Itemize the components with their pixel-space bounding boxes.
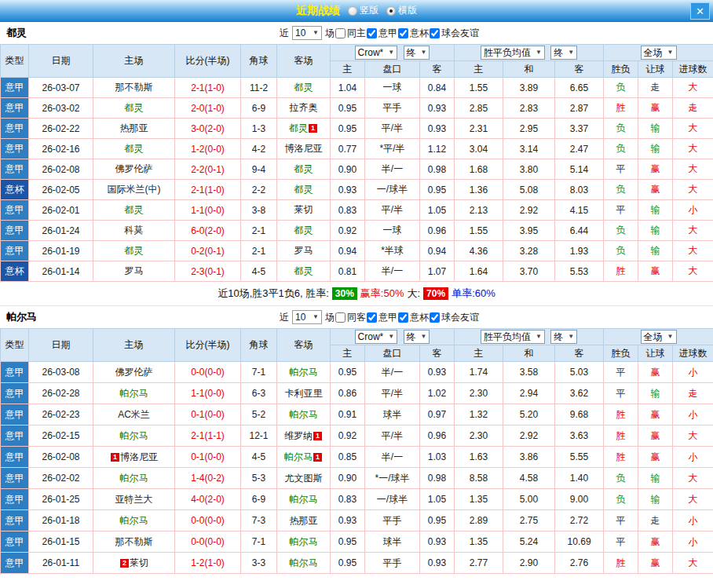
match-date: 26-01-18 [29,510,93,531]
col-away: 客场 [277,329,331,362]
away-team-cell: 都灵 [277,221,331,241]
away-team-name: 博洛尼亚 [285,143,323,154]
away-team-cell: 卡利亚里 [277,383,331,404]
eu-home-odds: 1.55 [455,221,503,241]
filter-friendly[interactable]: 球会友谊 [430,27,479,40]
table-row: 意甲26-02-02帕尔马1-4(0-2)5-3尤文图斯0.90*一/球半0.9… [1,468,713,489]
ah-home-odds: 0.90 [331,159,365,180]
ah-away-odds: 0.93 [420,98,455,119]
table-row: 意甲26-02-28帕尔马1-1(0-0)6-3卡利亚里0.86平/半1.022… [1,383,713,404]
coppa-checkbox[interactable] [398,28,408,38]
home-team-cell: 那不勒斯 [93,531,175,553]
same-home-checkbox[interactable] [335,28,346,38]
away-team-cell: 罗马 [277,241,331,261]
chevron-down-icon: ▼ [568,49,574,56]
away-team-name: 都灵 [294,265,313,276]
league-type-badge: 意甲 [1,241,29,261]
match-score: 0-0(0-0) [175,362,241,383]
eu-draw-odds: 3.58 [503,362,555,383]
table-row: 意甲26-02-23AC米兰0-1(0-0)5-2帕尔马0.91球半0.971.… [1,404,713,425]
away-team-cell: 帕尔马 [277,404,331,425]
corner-stat: 1-3 [241,119,277,139]
result-handicap: 赢 [638,404,673,425]
match-count-select[interactable]: 10 ▼ [292,310,322,324]
result-goals: 小 [673,404,713,425]
close-button[interactable]: ✕ [690,2,710,20]
col-type: 类型 [1,45,29,78]
friendly-checkbox[interactable] [430,28,440,38]
table-row: 意甲26-02-22热那亚3-0(2-0)1-3都灵10.95平/半0.932.… [1,119,713,139]
result-outcome: 平 [604,510,638,531]
serie-a-checkbox[interactable] [367,312,377,323]
home-team-name: 帕尔马 [120,473,148,484]
home-team-name: 都灵 [125,245,144,256]
final-odds-select[interactable]: 终▼ [550,330,577,344]
avg-odds-select[interactable]: 胜平负均值▼ [481,46,545,60]
filter-coppa[interactable]: 意杯 [398,311,429,324]
table-row: 意甲26-01-112莱切1-2(1-0)3-3帕尔马0.95平手0.932.7… [1,553,713,574]
ah-home-odds: 0.94 [331,241,365,261]
checkbox-label: 意杯 [410,311,429,324]
coppa-checkbox[interactable] [398,312,408,323]
result-goals: 大 [673,221,713,241]
asian-odds-header: Crow*▼ 终▼ [331,45,455,61]
home-team-cell: 罗马 [93,261,175,282]
away-team-cell: 尤文图斯 [277,468,331,489]
final-odds-select[interactable]: 终▼ [404,330,430,344]
result-goals: 大 [673,159,713,180]
ah-away-odds: 1.03 [420,447,455,468]
chevron-down-icon: ▼ [568,334,574,340]
col-home: 主场 [93,329,175,362]
col-eu-away: 客 [555,345,604,362]
bookmaker-select[interactable]: Crow*▼ [355,46,398,60]
corner-stat: 6-3 [241,383,277,404]
result-handicap: 赢 [638,553,673,574]
result-handicap: 输 [638,241,673,261]
fulltime-select[interactable]: 全场▼ [641,46,677,60]
table-row: 意甲26-02-08佛罗伦萨2-2(0-1)9-4都灵0.90半/一0.981.… [1,159,713,180]
eu-away-odds: 6.65 [555,78,604,98]
final-odds-select[interactable]: 终▼ [404,46,430,60]
radio-icon[interactable] [348,6,357,16]
corner-stat: 3-8 [241,200,277,221]
table-row: 意杯26-01-14罗马2-3(0-1)4-5都灵0.81半/一1.071.64… [1,261,713,282]
filter-same-home[interactable]: 同主 [335,27,366,40]
layout-radio-vertical[interactable]: 竖版 [348,4,378,17]
result-handicap: 输 [638,468,673,489]
avg-odds-select[interactable]: 胜平负均值▼ [481,330,545,344]
big-label: 大: [407,287,420,301]
result-goals: 大 [673,425,713,447]
filter-serie-a[interactable]: 意甲 [367,27,397,40]
friendly-checkbox[interactable] [430,312,440,323]
bookmaker-select[interactable]: Crow*▼ [355,330,398,344]
away-team-cell: 都灵 [277,78,331,98]
home-team-cell: 热那亚 [93,119,175,139]
matches-table: 类型 日期 主场 比分(半场) 角球 客场 Crow*▼ 终▼ 胜平负均值▼ 终… [0,44,713,282]
result-outcome: 负 [604,221,638,241]
final-odds-select[interactable]: 终▼ [550,46,577,60]
match-score: 0-0(0-0) [175,510,241,531]
match-score: 0-1(0-0) [175,447,241,468]
col-date: 日期 [29,45,93,78]
checkbox-label: 意甲 [378,311,397,324]
ah-away-odds: 0.96 [420,425,455,447]
match-score: 6-0(2-0) [175,221,241,241]
filter-serie-a[interactable]: 意甲 [367,311,397,324]
result-outcome: 平 [604,200,638,221]
filter-same-away[interactable]: 同客 [335,311,366,324]
eu-away-odds: 8.03 [555,180,604,200]
ah-handicap-line: 平手 [365,553,420,574]
ah-home-odds: 0.81 [331,261,365,282]
away-team-name: 都灵 [294,184,313,195]
serie-a-checkbox[interactable] [367,28,377,38]
radio-selected-icon[interactable] [386,6,396,16]
filter-coppa[interactable]: 意杯 [398,27,429,40]
same-away-checkbox[interactable] [335,312,346,323]
home-team-cell: 佛罗伦萨 [93,362,175,383]
eu-draw-odds: 5.20 [503,404,555,425]
filter-friendly[interactable]: 球会友谊 [430,311,479,324]
fulltime-select[interactable]: 全场▼ [641,330,677,344]
ah-away-odds: 0.95 [420,510,455,531]
match-count-select[interactable]: 10 ▼ [292,26,322,40]
layout-radio-horizontal[interactable]: 横版 [386,4,417,17]
